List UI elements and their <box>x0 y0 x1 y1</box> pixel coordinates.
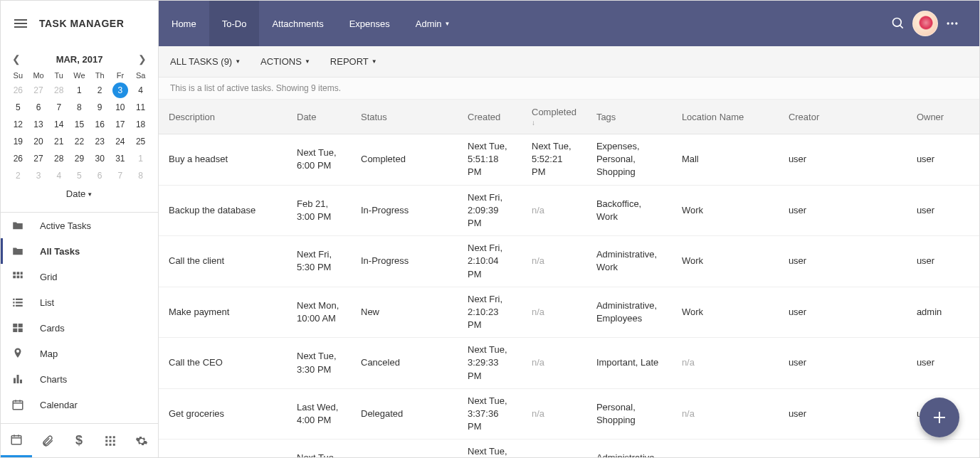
column-header[interactable]: Completed↓ <box>522 100 586 134</box>
filter-dropdown[interactable]: ALL TASKS (9)▼ <box>170 56 241 67</box>
calendar-day[interactable]: 1 <box>130 150 151 167</box>
cell: user <box>907 185 979 236</box>
calendar-day[interactable]: 4 <box>48 167 69 184</box>
nav-expenses[interactable]: Expenses <box>337 1 403 46</box>
column-header[interactable]: Status <box>351 100 458 134</box>
calendar-day[interactable]: 10 <box>110 99 131 116</box>
calendar-day[interactable]: 8 <box>130 167 151 184</box>
report-dropdown[interactable]: REPORT▼ <box>330 56 377 67</box>
sidebar-item-calendar[interactable]: Calendar <box>1 392 158 417</box>
sidebar-item-list[interactable]: List <box>1 289 158 315</box>
calendar-day[interactable]: 4 <box>130 82 151 99</box>
calendar-day[interactable]: 2 <box>90 82 110 99</box>
calendar-day[interactable]: 21 <box>48 133 69 150</box>
bottom-clip-button[interactable] <box>32 424 63 457</box>
svg-rect-0 <box>13 272 16 275</box>
sidebar-item-map[interactable]: Map <box>1 341 158 366</box>
calendar-day[interactable]: 8 <box>69 99 90 116</box>
calendar-day[interactable]: 7 <box>110 167 131 184</box>
calendar-day[interactable]: 3 <box>110 82 131 99</box>
calendar-day[interactable]: 7 <box>48 99 69 116</box>
calendar-day[interactable]: 14 <box>48 116 69 133</box>
table-row[interactable]: Call the CEONext Tue, 3:30 PMCanceledNex… <box>159 338 979 389</box>
calendar-day[interactable]: 19 <box>8 133 28 150</box>
table-row[interactable]: Get groceriesLast Wed, 4:00 PMDelegatedN… <box>159 388 979 440</box>
clip-icon <box>41 435 54 447</box>
calendar-day[interactable]: 24 <box>110 133 131 150</box>
svg-rect-17 <box>17 375 19 383</box>
calendar-day[interactable]: 1 <box>69 82 90 99</box>
calendar-day[interactable]: 9 <box>90 99 110 116</box>
table-scroll[interactable]: DescriptionDateStatusCreatedCompleted↓Ta… <box>159 100 979 457</box>
calendar-day[interactable]: 11 <box>130 99 151 116</box>
cell: Canceled <box>351 338 458 389</box>
search-button[interactable] <box>884 16 912 31</box>
nav-home[interactable]: Home <box>159 1 209 46</box>
calendar-day[interactable]: 2 <box>8 167 28 184</box>
actions-dropdown[interactable]: ACTIONS▼ <box>260 56 310 67</box>
calendar-day[interactable]: 6 <box>28 99 49 116</box>
table-row[interactable]: Pay the billsNext Tue, 6:00 PMIn-Progres… <box>159 440 979 457</box>
cell: admin <box>907 287 979 338</box>
calendar-day[interactable]: 27 <box>28 82 49 99</box>
table-row[interactable]: Make paymentNext Mon, 10:00 AMNewNext Fr… <box>159 287 979 338</box>
calendar-day[interactable]: 15 <box>69 116 90 133</box>
table-row[interactable]: Buy a headsetNext Tue, 6:00 PMCompletedN… <box>159 134 979 186</box>
svg-point-40 <box>955 22 957 24</box>
calendar-day[interactable]: 6 <box>90 167 110 184</box>
calendar-day[interactable]: 5 <box>8 99 28 116</box>
column-header[interactable]: Owner <box>907 100 979 134</box>
calendar-day[interactable]: 22 <box>69 133 90 150</box>
column-header[interactable]: Location Name <box>672 100 779 134</box>
sidebar-item-grid[interactable]: Grid <box>1 264 158 289</box>
calendar-day[interactable]: 29 <box>69 150 90 167</box>
tasks-table: DescriptionDateStatusCreatedCompleted↓Ta… <box>159 100 979 457</box>
calendar-day[interactable]: 20 <box>28 133 49 150</box>
calendar-day[interactable]: 17 <box>110 116 131 133</box>
calendar-next-button[interactable]: ❯ <box>134 50 151 68</box>
calendar-day[interactable]: 18 <box>130 116 151 133</box>
nav-label: Expenses <box>349 18 390 29</box>
calendar-day[interactable]: 28 <box>48 150 69 167</box>
calendar-day[interactable]: 25 <box>130 133 151 150</box>
calendar-day[interactable]: 16 <box>90 116 110 133</box>
bottom-apps-button[interactable] <box>95 424 126 457</box>
sidebar-item-active-tasks[interactable]: Active Tasks <box>1 213 158 238</box>
calendar-day[interactable]: 12 <box>8 116 28 133</box>
column-header[interactable]: Description <box>159 100 287 134</box>
calendar-day[interactable]: 26 <box>8 82 28 99</box>
calendar-day[interactable]: 13 <box>28 116 49 133</box>
column-header[interactable]: Created <box>458 100 522 134</box>
nav-to-do[interactable]: To-Do <box>209 1 260 46</box>
cell: Completed <box>351 134 458 186</box>
sidebar-item-all-tasks[interactable]: All Tasks <box>1 238 158 264</box>
calendar-day[interactable]: 26 <box>8 150 28 167</box>
table-row[interactable]: Backup the databaseFeb 21, 3:00 PMIn-Pro… <box>159 185 979 236</box>
column-header[interactable]: Tags <box>586 100 672 134</box>
calendar-day[interactable]: 28 <box>48 82 69 99</box>
calendar-day[interactable]: 3 <box>28 167 49 184</box>
user-avatar[interactable] <box>912 11 938 36</box>
svg-line-37 <box>900 26 903 28</box>
menu-button[interactable] <box>6 9 35 38</box>
calendar-day[interactable]: 30 <box>90 150 110 167</box>
bottom-gear-button[interactable] <box>126 424 157 457</box>
nav-attachments[interactable]: Attachments <box>259 1 336 46</box>
bottom-dollar-button[interactable]: $ <box>63 424 95 457</box>
column-header[interactable]: Date <box>287 100 351 134</box>
calendar-day[interactable]: 23 <box>90 133 110 150</box>
table-row[interactable]: Call the clientNext Fri, 5:30 PMIn-Progr… <box>159 236 979 287</box>
calendar-day[interactable]: 31 <box>110 150 131 167</box>
sidebar-item-cards[interactable]: Cards <box>1 315 158 341</box>
bottom-calendar-button[interactable] <box>1 424 32 457</box>
fab-add-button[interactable] <box>920 398 959 437</box>
calendar-mode-toggle[interactable]: Date▼ <box>8 184 151 206</box>
calendar-prev-button[interactable]: ❮ <box>8 50 25 68</box>
calendar-day[interactable]: 27 <box>28 150 49 167</box>
more-button[interactable] <box>938 16 966 31</box>
column-header[interactable]: Creator <box>779 100 907 134</box>
sidebar-item-charts[interactable]: Charts <box>1 366 158 392</box>
calendar-dow: Fr <box>110 69 131 82</box>
nav-admin[interactable]: Admin▼ <box>403 1 463 46</box>
calendar-day[interactable]: 5 <box>69 167 90 184</box>
